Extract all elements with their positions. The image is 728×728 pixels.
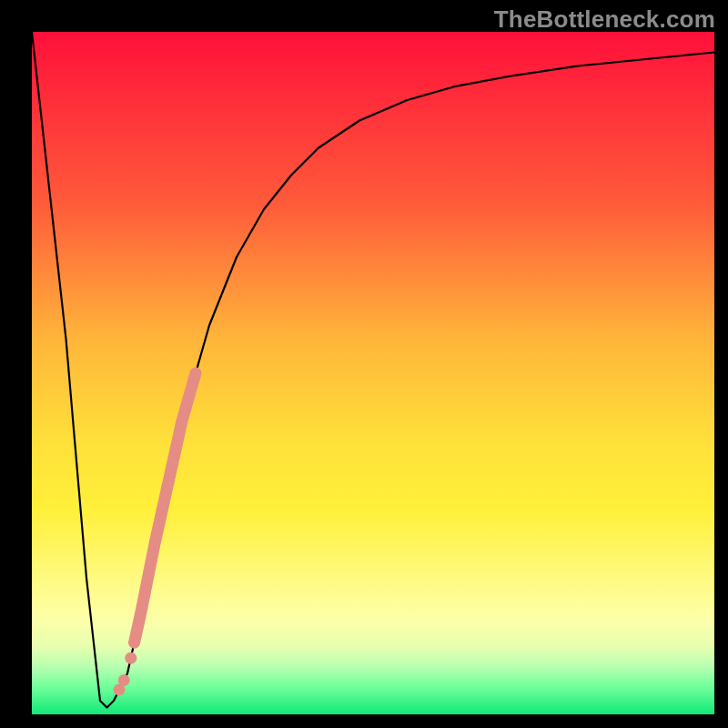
highlight-dot — [114, 684, 126, 696]
highlight-dots — [114, 652, 137, 696]
bottleneck-curve — [32, 32, 714, 708]
watermark-text: TheBottleneck.com — [494, 5, 715, 34]
plot-area — [32, 32, 714, 714]
chart-svg — [32, 32, 714, 714]
highlight-dot — [125, 652, 136, 664]
chart-frame: TheBottleneck.com — [0, 0, 728, 728]
highlight-segment — [135, 373, 197, 642]
